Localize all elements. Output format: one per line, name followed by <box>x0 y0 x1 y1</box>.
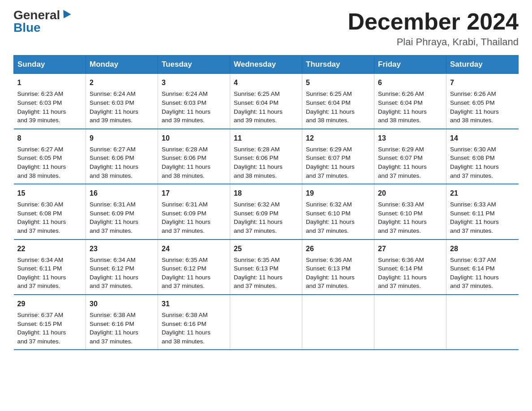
calendar-cell: 16Sunrise: 6:31 AM Sunset: 6:09 PM Dayli… <box>86 184 158 239</box>
logo: General Blue <box>13 9 70 34</box>
week-row-4: 22Sunrise: 6:34 AM Sunset: 6:11 PM Dayli… <box>14 240 519 295</box>
calendar-cell: 27Sunrise: 6:36 AM Sunset: 6:14 PM Dayli… <box>374 240 446 295</box>
cell-info: Sunrise: 6:30 AM Sunset: 6:08 PM Dayligh… <box>17 201 66 234</box>
cell-info: Sunrise: 6:26 AM Sunset: 6:04 PM Dayligh… <box>378 90 427 124</box>
page-header: General Blue December 2024 Plai Phraya, … <box>13 9 519 48</box>
calendar-cell: 3Sunrise: 6:24 AM Sunset: 6:03 PM Daylig… <box>158 74 230 129</box>
day-number: 17 <box>162 188 226 198</box>
cell-info: Sunrise: 6:30 AM Sunset: 6:08 PM Dayligh… <box>450 146 499 179</box>
header-saturday: Saturday <box>446 56 519 74</box>
title-block: December 2024 Plai Phraya, Krabi, Thaila… <box>348 9 519 48</box>
logo-blue-text: Blue <box>13 21 41 34</box>
cell-info: Sunrise: 6:28 AM Sunset: 6:06 PM Dayligh… <box>234 146 283 179</box>
calendar-cell: 29Sunrise: 6:37 AM Sunset: 6:15 PM Dayli… <box>14 295 86 350</box>
day-number: 26 <box>306 244 370 254</box>
day-number: 28 <box>450 244 515 254</box>
header-monday: Monday <box>86 56 158 74</box>
calendar-cell <box>446 295 519 350</box>
calendar-cell: 8Sunrise: 6:27 AM Sunset: 6:05 PM Daylig… <box>14 129 86 184</box>
logo-triangle-icon <box>60 10 71 21</box>
cell-info: Sunrise: 6:34 AM Sunset: 6:12 PM Dayligh… <box>90 257 138 290</box>
calendar-cell: 9Sunrise: 6:27 AM Sunset: 6:06 PM Daylig… <box>86 129 158 184</box>
calendar-cell: 15Sunrise: 6:30 AM Sunset: 6:08 PM Dayli… <box>14 184 86 239</box>
calendar-cell: 7Sunrise: 6:26 AM Sunset: 6:05 PM Daylig… <box>446 74 519 129</box>
calendar-cell: 30Sunrise: 6:38 AM Sunset: 6:16 PM Dayli… <box>86 295 158 350</box>
calendar-cell: 5Sunrise: 6:25 AM Sunset: 6:04 PM Daylig… <box>302 74 374 129</box>
calendar-cell: 14Sunrise: 6:30 AM Sunset: 6:08 PM Dayli… <box>446 129 519 184</box>
header-sunday: Sunday <box>14 56 86 74</box>
cell-info: Sunrise: 6:28 AM Sunset: 6:06 PM Dayligh… <box>162 146 210 179</box>
day-number: 21 <box>450 188 515 198</box>
cell-info: Sunrise: 6:33 AM Sunset: 6:11 PM Dayligh… <box>450 201 499 234</box>
calendar-table: SundayMondayTuesdayWednesdayThursdayFrid… <box>13 55 519 350</box>
cell-info: Sunrise: 6:24 AM Sunset: 6:03 PM Dayligh… <box>162 90 210 124</box>
calendar-cell: 31Sunrise: 6:38 AM Sunset: 6:16 PM Dayli… <box>158 295 230 350</box>
calendar-cell: 12Sunrise: 6:29 AM Sunset: 6:07 PM Dayli… <box>302 129 374 184</box>
cell-info: Sunrise: 6:31 AM Sunset: 6:09 PM Dayligh… <box>162 201 210 234</box>
calendar-cell: 26Sunrise: 6:36 AM Sunset: 6:13 PM Dayli… <box>302 240 374 295</box>
cell-info: Sunrise: 6:38 AM Sunset: 6:16 PM Dayligh… <box>90 312 138 345</box>
day-number: 27 <box>378 244 442 254</box>
calendar-cell <box>374 295 446 350</box>
calendar-cell: 2Sunrise: 6:24 AM Sunset: 6:03 PM Daylig… <box>86 74 158 129</box>
calendar-cell: 1Sunrise: 6:23 AM Sunset: 6:03 PM Daylig… <box>14 74 86 129</box>
calendar-cell: 19Sunrise: 6:32 AM Sunset: 6:10 PM Dayli… <box>302 184 374 239</box>
day-number: 24 <box>162 244 226 254</box>
day-number: 15 <box>17 188 82 198</box>
calendar-cell: 13Sunrise: 6:29 AM Sunset: 6:07 PM Dayli… <box>374 129 446 184</box>
calendar-cell: 17Sunrise: 6:31 AM Sunset: 6:09 PM Dayli… <box>158 184 230 239</box>
calendar-cell: 18Sunrise: 6:32 AM Sunset: 6:09 PM Dayli… <box>230 184 302 239</box>
cell-info: Sunrise: 6:37 AM Sunset: 6:15 PM Dayligh… <box>17 312 66 345</box>
header-thursday: Thursday <box>302 56 374 74</box>
week-row-2: 8Sunrise: 6:27 AM Sunset: 6:05 PM Daylig… <box>14 129 519 184</box>
day-number: 25 <box>234 244 298 254</box>
cell-info: Sunrise: 6:25 AM Sunset: 6:04 PM Dayligh… <box>234 90 283 124</box>
cell-info: Sunrise: 6:32 AM Sunset: 6:10 PM Dayligh… <box>306 201 355 234</box>
cell-info: Sunrise: 6:23 AM Sunset: 6:03 PM Dayligh… <box>17 90 66 124</box>
day-number: 13 <box>378 133 442 143</box>
cell-info: Sunrise: 6:29 AM Sunset: 6:07 PM Dayligh… <box>306 146 355 179</box>
logo-general-text: General <box>13 9 60 21</box>
calendar-header-row: SundayMondayTuesdayWednesdayThursdayFrid… <box>14 56 519 74</box>
day-number: 18 <box>234 188 298 198</box>
day-number: 4 <box>234 77 298 88</box>
day-number: 10 <box>162 133 226 143</box>
calendar-cell: 25Sunrise: 6:35 AM Sunset: 6:13 PM Dayli… <box>230 240 302 295</box>
week-row-1: 1Sunrise: 6:23 AM Sunset: 6:03 PM Daylig… <box>14 74 519 129</box>
day-number: 20 <box>378 188 442 198</box>
calendar-cell <box>230 295 302 350</box>
day-number: 19 <box>306 188 370 198</box>
calendar-cell: 6Sunrise: 6:26 AM Sunset: 6:04 PM Daylig… <box>374 74 446 129</box>
header-wednesday: Wednesday <box>230 56 302 74</box>
day-number: 7 <box>450 77 515 88</box>
day-number: 30 <box>90 299 154 309</box>
cell-info: Sunrise: 6:34 AM Sunset: 6:11 PM Dayligh… <box>17 257 66 290</box>
day-number: 5 <box>306 77 370 88</box>
page-subtitle: Plai Phraya, Krabi, Thailand <box>348 36 519 48</box>
calendar-cell: 21Sunrise: 6:33 AM Sunset: 6:11 PM Dayli… <box>446 184 519 239</box>
day-number: 9 <box>90 133 154 143</box>
header-friday: Friday <box>374 56 446 74</box>
cell-info: Sunrise: 6:27 AM Sunset: 6:06 PM Dayligh… <box>90 146 138 179</box>
calendar-cell: 11Sunrise: 6:28 AM Sunset: 6:06 PM Dayli… <box>230 129 302 184</box>
day-number: 6 <box>378 77 442 88</box>
cell-info: Sunrise: 6:32 AM Sunset: 6:09 PM Dayligh… <box>234 201 283 234</box>
calendar-cell: 10Sunrise: 6:28 AM Sunset: 6:06 PM Dayli… <box>158 129 230 184</box>
cell-info: Sunrise: 6:35 AM Sunset: 6:12 PM Dayligh… <box>162 257 210 290</box>
day-number: 8 <box>17 133 82 143</box>
cell-info: Sunrise: 6:38 AM Sunset: 6:16 PM Dayligh… <box>162 312 210 345</box>
day-number: 14 <box>450 133 515 143</box>
day-number: 11 <box>234 133 298 143</box>
cell-info: Sunrise: 6:26 AM Sunset: 6:05 PM Dayligh… <box>450 90 499 124</box>
day-number: 12 <box>306 133 370 143</box>
cell-info: Sunrise: 6:36 AM Sunset: 6:13 PM Dayligh… <box>306 257 355 290</box>
cell-info: Sunrise: 6:24 AM Sunset: 6:03 PM Dayligh… <box>90 90 138 124</box>
cell-info: Sunrise: 6:37 AM Sunset: 6:14 PM Dayligh… <box>450 257 499 290</box>
calendar-cell: 23Sunrise: 6:34 AM Sunset: 6:12 PM Dayli… <box>86 240 158 295</box>
page-title: December 2024 <box>348 9 519 34</box>
calendar-cell: 28Sunrise: 6:37 AM Sunset: 6:14 PM Dayli… <box>446 240 519 295</box>
cell-info: Sunrise: 6:33 AM Sunset: 6:10 PM Dayligh… <box>378 201 427 234</box>
cell-info: Sunrise: 6:31 AM Sunset: 6:09 PM Dayligh… <box>90 201 138 234</box>
day-number: 22 <box>17 244 82 254</box>
calendar-cell: 20Sunrise: 6:33 AM Sunset: 6:10 PM Dayli… <box>374 184 446 239</box>
